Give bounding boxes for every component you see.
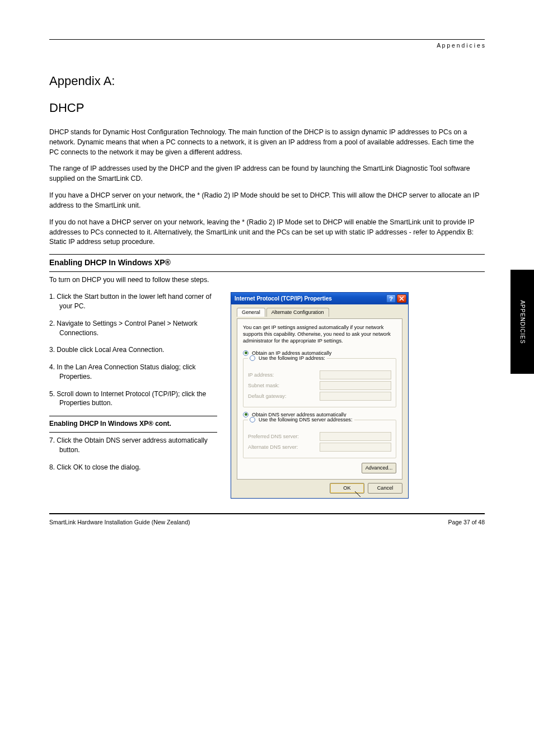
dialog-titlebar[interactable]: Internet Protocol (TCP/IP) Properties ? [231,293,408,304]
step-1: 1. Click the Start button in the lower l… [49,292,217,311]
winxp-heading: Enabling DHCP In Windows XP® [49,258,485,267]
tab-panel-general: You can get IP settings assigned automat… [237,318,402,480]
footer-rule [49,513,485,514]
footer-right: Page 37 of 48 [448,519,485,525]
dialog-description: You can get IP settings assigned automat… [243,325,396,345]
section-rule-1 [49,254,485,255]
ok-button-label: OK [343,485,350,491]
winxp-intro: To turn on DHCP you will need to follow … [49,275,485,285]
dialog-title: Internet Protocol (TCP/IP) Properties [235,295,332,302]
fieldset-static-ip: Use the following IP address: IP address… [243,358,396,407]
fieldset-static-dns: Use the following DNS server addresses: … [243,420,396,458]
ok-button[interactable]: OK [330,483,364,494]
paragraph-2: The range of IP addresses used by the DH… [49,164,485,184]
radio-use-dns-label[interactable]: Use the following DNS server addresses: [259,417,353,422]
footer-left: SmartLink Hardware Installation Guide (N… [49,519,190,525]
radio-use-ip-label[interactable]: Use the following IP address: [259,355,325,361]
paragraph-1: DHCP stands for Dynamic Host Configurati… [49,128,485,157]
section-rule-2 [49,271,485,272]
step-5: 5. Scroll down to Internet Protocol (TCP… [49,389,217,408]
label-ip-address: IP address: [248,372,274,378]
header-right-text: A p p e n d i c i e s [437,42,485,49]
radio-icon[interactable] [250,417,255,422]
label-alternate-dns: Alternate DNS server: [248,444,298,450]
cancel-button[interactable]: Cancel [368,483,402,494]
step-8: 8. Click OK to close the dialog. [49,463,217,472]
label-default-gateway: Default gateway: [248,393,286,399]
step-7: 7. Click the Obtain DNS server address a… [49,436,217,455]
thin-rule-2 [49,432,217,433]
input-ip-address[interactable] [320,370,391,379]
top-rule [49,39,485,40]
help-icon[interactable]: ? [386,294,396,303]
label-subnet-mask: Subnet mask: [248,383,279,388]
input-default-gateway[interactable] [320,392,391,401]
advanced-button[interactable]: Advanced... [362,463,396,473]
header-right: A p p e n d i c i e s [49,42,485,49]
close-icon[interactable] [397,294,406,303]
appendix-subtitle: DHCP [49,101,485,115]
input-subnet-mask[interactable] [320,381,391,390]
paragraph-3: If you have a DHCP server on your networ… [49,191,485,211]
step-2: 2. Navigate to Settings > Control Panel … [49,319,217,338]
tab-alternate-configuration[interactable]: Alternate Configuration [266,308,329,317]
radio-icon[interactable] [250,355,255,361]
paragraph-4: If you do not have a DHCP server on your… [49,218,485,247]
step-3: 3. Double click Local Area Connection. [49,345,217,355]
input-alternate-dns[interactable] [320,443,391,452]
step-4: 4. In the Lan Area Connection Status dia… [49,363,217,382]
winxp-subhead-2: Enabling DHCP In Windows XP® cont. [49,420,217,428]
thin-rule-1 [49,416,217,416]
tcpip-properties-dialog: Internet Protocol (TCP/IP) Properties ? … [231,292,409,499]
input-preferred-dns[interactable] [320,432,391,441]
appendix-title: Appendix A: [49,74,485,88]
label-preferred-dns: Preferred DNS server: [248,434,299,439]
tab-general[interactable]: General [237,308,265,317]
